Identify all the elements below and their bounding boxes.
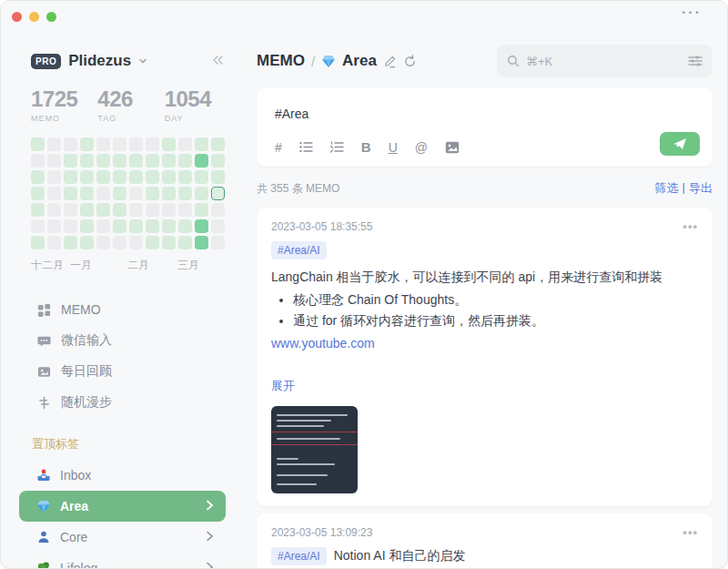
heatmap-cell[interactable] <box>64 203 77 217</box>
chevron-right-icon[interactable] <box>206 530 214 544</box>
memo-link[interactable]: www.youtube.com <box>271 336 698 351</box>
heatmap-cell[interactable] <box>162 219 176 233</box>
heatmap-cell[interactable] <box>31 236 45 249</box>
search-input[interactable]: ⌘+K <box>497 45 713 77</box>
heatmap-cell[interactable] <box>31 137 45 151</box>
heatmap-cell[interactable] <box>64 187 77 200</box>
expand-link[interactable]: 展开 <box>271 378 698 394</box>
heatmap-cell[interactable] <box>129 170 143 184</box>
heatmap-cell[interactable] <box>129 236 143 249</box>
mention-button[interactable]: @ <box>415 140 428 155</box>
heatmap-cell[interactable] <box>195 170 208 184</box>
memo-composer[interactable]: #Area # B U @ <box>257 88 713 167</box>
insert-image-button[interactable] <box>445 141 460 154</box>
breadcrumb-root[interactable]: MEMO <box>257 52 305 70</box>
heatmap-cell[interactable] <box>162 236 176 249</box>
heatmap-cell[interactable] <box>31 219 45 233</box>
chevron-down-icon[interactable] <box>138 56 147 66</box>
heatmap-cell[interactable] <box>211 154 225 168</box>
heatmap-cell[interactable] <box>146 154 159 168</box>
heatmap-cell[interactable] <box>47 154 61 168</box>
heatmap-cell[interactable] <box>96 203 110 217</box>
heatmap-cell[interactable] <box>146 137 159 151</box>
heatmap-cell[interactable] <box>80 219 94 233</box>
heatmap-cell[interactable] <box>80 236 94 249</box>
heatmap-cell[interactable] <box>178 236 192 249</box>
heatmap-cell[interactable] <box>146 236 159 249</box>
heatmap-cell[interactable] <box>96 236 110 249</box>
heatmap-cell[interactable] <box>162 137 176 151</box>
underline-button[interactable]: U <box>389 140 398 155</box>
heatmap-cell[interactable] <box>195 137 208 151</box>
heatmap-cell[interactable] <box>64 170 77 184</box>
window-more-icon[interactable]: ··· <box>682 5 702 21</box>
heatmap-cell[interactable] <box>80 187 94 200</box>
zoom-window-button[interactable] <box>46 12 56 22</box>
heatmap-cell[interactable] <box>195 219 208 233</box>
more-options-icon[interactable]: ••• <box>682 525 698 539</box>
heatmap-cell[interactable] <box>47 137 61 151</box>
hashtag-button[interactable]: # <box>275 140 282 155</box>
heatmap-cell[interactable] <box>113 137 126 151</box>
heatmap-cell[interactable] <box>162 154 176 168</box>
heatmap-cell[interactable] <box>195 187 208 200</box>
heatmap-cell[interactable] <box>178 219 192 233</box>
collapse-sidebar-icon[interactable] <box>212 53 224 69</box>
heatmap-cell[interactable] <box>211 137 225 151</box>
bullet-list-button[interactable] <box>299 141 313 153</box>
heatmap-cell[interactable] <box>162 187 176 200</box>
edit-pencil-icon[interactable] <box>383 55 397 68</box>
heatmap-cell[interactable] <box>195 236 208 249</box>
sidebar-item-wechat-input[interactable]: 微信输入 <box>31 325 247 356</box>
heatmap-cell[interactable] <box>211 187 225 200</box>
heatmap-cell[interactable] <box>146 187 159 200</box>
sidebar-item-daily-review[interactable]: 每日回顾 <box>31 356 247 387</box>
heatmap-cell[interactable] <box>146 203 159 217</box>
export-link[interactable]: 导出 <box>689 180 713 197</box>
memo-tag[interactable]: #Area/AI <box>271 547 327 565</box>
heatmap-cell[interactable] <box>64 154 77 168</box>
heatmap-cell[interactable] <box>47 187 61 200</box>
heatmap-cell[interactable] <box>178 203 192 217</box>
heatmap-cell[interactable] <box>31 187 45 200</box>
heatmap-cell[interactable] <box>80 170 94 184</box>
heatmap-cell[interactable] <box>113 154 126 168</box>
heatmap-cell[interactable] <box>146 170 159 184</box>
heatmap-cell[interactable] <box>113 203 126 217</box>
sidebar-item-random-walk[interactable]: 随机漫步 <box>31 387 247 418</box>
heatmap-cell[interactable] <box>195 154 208 168</box>
heatmap-cell[interactable] <box>96 154 110 168</box>
heatmap-cell[interactable] <box>211 236 225 249</box>
heatmap-cell[interactable] <box>178 187 192 200</box>
memo-tag[interactable]: #Area/AI <box>271 241 327 259</box>
filter-link[interactable]: 筛选 <box>655 180 679 197</box>
chevron-right-icon[interactable] <box>206 561 214 569</box>
profile-row[interactable]: PRO Plidezus <box>31 52 224 70</box>
heatmap-cell[interactable] <box>113 187 126 200</box>
heatmap-cell[interactable] <box>146 219 159 233</box>
heatmap-cell[interactable] <box>211 203 225 217</box>
heatmap-cell[interactable] <box>47 170 61 184</box>
heatmap-cell[interactable] <box>47 219 61 233</box>
heatmap-cell[interactable] <box>178 170 192 184</box>
heatmap-cell[interactable] <box>96 137 110 151</box>
refresh-icon[interactable] <box>403 55 417 68</box>
heatmap-cell[interactable] <box>31 170 45 184</box>
sidebar-item-area[interactable]: Area <box>19 491 226 522</box>
heatmap-cell[interactable] <box>64 219 77 233</box>
heatmap-cell[interactable] <box>96 219 110 233</box>
sidebar-item-lifelog[interactable]: Lifelog <box>19 553 226 569</box>
heatmap-cell[interactable] <box>80 154 94 168</box>
sidebar-item-memo[interactable]: MEMO <box>31 294 247 325</box>
heatmap-cell[interactable] <box>31 154 45 168</box>
heatmap-cell[interactable] <box>80 137 94 151</box>
minimize-window-button[interactable] <box>29 12 39 22</box>
heatmap-cell[interactable] <box>47 203 61 217</box>
heatmap-cell[interactable] <box>64 236 77 249</box>
heatmap-cell[interactable] <box>178 154 192 168</box>
heatmap-cell[interactable] <box>162 170 176 184</box>
heatmap-cell[interactable] <box>129 187 143 200</box>
chevron-right-icon[interactable] <box>206 499 214 513</box>
heatmap-cell[interactable] <box>211 219 225 233</box>
heatmap-cell[interactable] <box>80 203 94 217</box>
